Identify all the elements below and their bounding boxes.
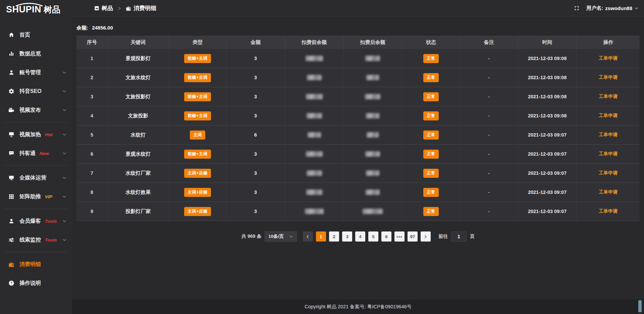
remark-cell: - [460, 145, 518, 164]
pre-balance-cell [285, 68, 343, 87]
pre-balance-cell [285, 87, 343, 106]
action-link[interactable]: 工单申请 [599, 113, 618, 118]
masked-balance [367, 132, 379, 138]
sidebar-item-home[interactable]: 首页 [0, 25, 72, 44]
action-cell: 工单申请 [577, 202, 640, 221]
pre-balance-cell [285, 106, 343, 125]
sidebar: SHUPIN 树品 首页数据总览账号管理抖音SEO视频发布视频加热Hot抖客通N… [0, 0, 72, 314]
sidebar-item-consume-detail[interactable]: 消费明细 [0, 255, 72, 274]
pre-balance-cell [285, 164, 343, 183]
post-balance-cell [343, 164, 402, 183]
status-badge: 正常 [423, 92, 439, 101]
page-button-6[interactable]: 6 [381, 231, 391, 242]
next-page-button[interactable] [421, 231, 431, 242]
type-badge: 前缀+主词 [184, 54, 211, 63]
row-index-cell: 6 [76, 145, 107, 164]
row-index-cell: 7 [76, 164, 107, 183]
action-link[interactable]: 工单申请 [599, 74, 618, 80]
pre-balance-cell [285, 145, 343, 164]
sidebar-item-badge: Tools [45, 219, 57, 224]
status-badge: 正常 [423, 130, 439, 140]
prev-page-button[interactable] [303, 231, 313, 242]
type-badge: 主词+后缀 [184, 188, 211, 197]
sidebar-item-douyin-seo[interactable]: 抖音SEO [0, 82, 72, 101]
action-link[interactable]: 工单申请 [599, 189, 618, 195]
wallet-icon [126, 6, 131, 11]
pre-balance-cell [285, 125, 343, 145]
post-balance-cell [343, 202, 402, 221]
footer: Copyright 树品 2021 备案号: 粤ICP备09019646号 [72, 300, 644, 314]
sidebar-item-badge: New [40, 151, 49, 156]
grid-icon [8, 194, 15, 200]
action-link[interactable]: 工单申请 [599, 170, 618, 175]
action-link[interactable]: 工单申请 [599, 208, 618, 214]
masked-balance [306, 151, 323, 157]
sidebar-item-video-publish[interactable]: 视频发布 [0, 101, 72, 119]
sidebar-item-video-heat[interactable]: 视频加热Hot [0, 125, 72, 144]
time-cell: 2021-12-03 09:08 [518, 49, 577, 68]
type-cell: 前缀+主词 [169, 68, 226, 87]
table-row: 7水纹灯厂家主词+后缀3正常-2021-12-03 09:07工单申请 [76, 164, 640, 183]
sidebar-item-label: 数据总览 [19, 50, 41, 57]
masked-balance [307, 113, 322, 118]
sidebar-divider [5, 252, 67, 252]
sidebar-item-data-overview[interactable]: 数据总览 [0, 44, 72, 63]
sidebar-item-member-burst[interactable]: 会员爆客Tools [0, 212, 72, 230]
action-link[interactable]: 工单申请 [599, 151, 618, 156]
remark-cell: - [460, 49, 518, 68]
gear-icon [8, 88, 15, 94]
goto-page-input[interactable] [451, 231, 467, 242]
page-button-1[interactable]: 1 [316, 231, 326, 242]
action-link[interactable]: 工单申请 [599, 132, 618, 137]
breadcrumb-root[interactable]: 树品 [102, 4, 113, 12]
remark-cell: - [460, 202, 518, 221]
type-cell: 前缀+主词 [169, 87, 226, 106]
page-button-2[interactable]: 2 [329, 231, 339, 242]
page-button-97[interactable]: 97 [408, 231, 418, 242]
page-button-4[interactable]: 4 [355, 231, 365, 242]
sidebar-item-help[interactable]: ?操作说明 [0, 274, 72, 293]
masked-balance [307, 170, 322, 176]
user-menu[interactable]: 用户名: zswodun88 [586, 5, 639, 11]
sidebar-item-media-operation[interactable]: 全媒体运营 [0, 168, 72, 187]
action-cell: 工单申请 [577, 164, 640, 183]
masked-balance [363, 209, 383, 214]
post-balance-cell [343, 125, 402, 145]
goto-unit: 页 [470, 233, 475, 240]
action-link[interactable]: 工单申请 [599, 55, 618, 61]
action-link[interactable]: 工单申请 [599, 94, 618, 99]
sidebar-item-label: 会员爆客 [19, 218, 41, 225]
wallet-icon [8, 261, 15, 267]
page-list: 123456•••97 [316, 231, 418, 242]
ellipsis-button[interactable]: ••• [394, 231, 405, 242]
floating-widget[interactable] [638, 300, 642, 312]
sidebar-item-label: 视频发布 [19, 107, 41, 114]
balance-label: 余额: [76, 25, 88, 31]
page-button-5[interactable]: 5 [368, 231, 378, 242]
action-cell: 工单申请 [577, 68, 640, 87]
column-header: 扣费后余额 [343, 36, 402, 49]
fullscreen-icon[interactable] [574, 5, 580, 11]
sidebar-item-matrix-boost[interactable]: 矩阵助推VIP [0, 187, 72, 206]
sidebar-divider [5, 165, 67, 166]
sidebar-item-account[interactable]: 账号管理 [0, 63, 72, 82]
table-row: 4文旅投影前缀+主词3正常-2021-12-03 09:08工单申请 [76, 106, 640, 125]
page-button-3[interactable]: 3 [342, 231, 352, 242]
table-row: 1景观投影灯前缀+主词3正常-2021-12-03 09:08工单申请 [76, 49, 640, 68]
column-header: 时间 [518, 36, 577, 49]
amount-cell: 3 [226, 49, 285, 68]
chevron-down-icon [62, 132, 67, 137]
column-header: 序号 [76, 36, 107, 49]
question-icon: ? [8, 280, 15, 286]
home-icon [8, 32, 15, 38]
time-cell: 2021-12-03 09:08 [518, 106, 577, 125]
sidebar-item-douketong[interactable]: 抖客通New [0, 144, 72, 163]
action-cell: 工单申请 [577, 49, 640, 68]
column-header: 扣费前余额 [285, 36, 343, 49]
page-size-select[interactable]: 10条/页 [264, 231, 297, 242]
remark-cell: - [460, 183, 518, 202]
post-balance-cell [343, 183, 402, 202]
keyword-cell: 景观水纹灯 [107, 145, 169, 164]
chevron-left-icon [306, 234, 310, 239]
sidebar-item-clue-monitor[interactable]: 线索监控Tools [0, 230, 72, 249]
